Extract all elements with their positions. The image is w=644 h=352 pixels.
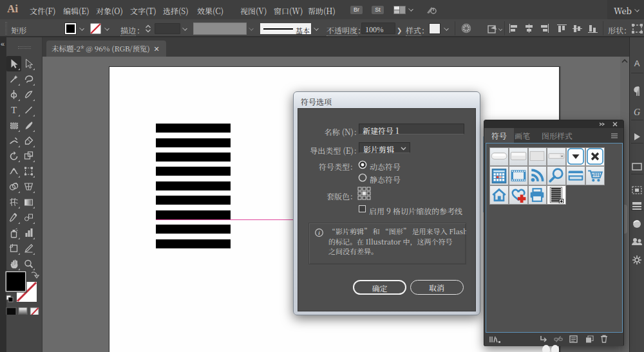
svg-text:i: i	[318, 230, 320, 236]
svg-text:A: A	[634, 59, 640, 68]
svg-text:T: T	[11, 105, 17, 115]
svg-text:G: G	[634, 107, 640, 117]
